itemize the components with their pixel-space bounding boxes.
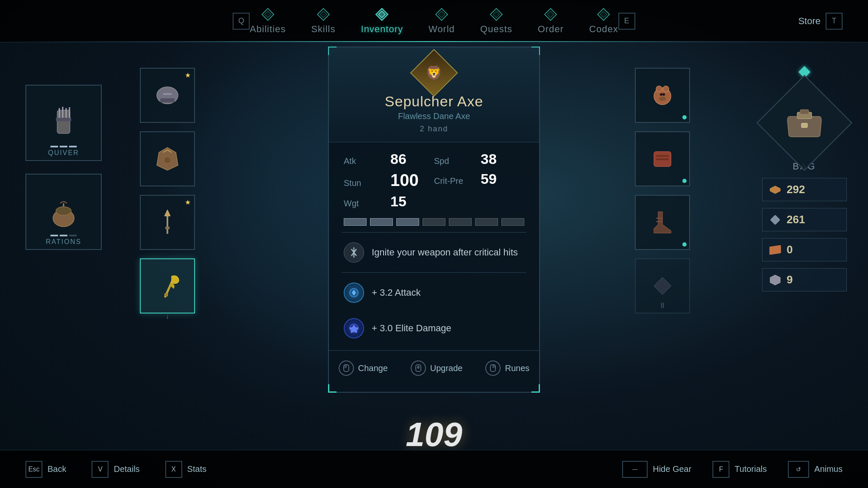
back-action[interactable]: Esc Back [25,461,66,478]
svg-rect-54 [344,365,346,368]
attack-bonus-icon [344,283,364,303]
hide-gear-action[interactable]: — Hide Gear [622,461,691,478]
boots-slot[interactable] [635,195,690,250]
svg-point-34 [663,86,669,92]
right-equipment-column: ⏸ [635,68,690,313]
tutorials-action[interactable]: F Tutorials [712,461,767,478]
stats-label: Stats [187,464,207,474]
boots-icon [650,210,675,235]
helm-slot[interactable]: ★ [140,68,195,123]
helm-star: ★ [185,71,191,79]
stats-key: X [165,461,182,478]
quiver-dots [50,146,77,147]
bag-icon-wrapper [785,108,823,138]
ability-rune-icon [344,242,364,263]
nav-label-skills: Skills [311,24,335,35]
bear-medallion-slot[interactable] [635,68,690,123]
nav-item-inventory[interactable]: Inventory [361,8,403,35]
upgrade-pip-4 [423,218,445,226]
axe-slot[interactable]: ↓ [140,258,195,313]
quiver-slot[interactable]: QUIVER [25,85,102,161]
quiver-dot-1 [50,146,58,147]
details-action[interactable]: V Details [92,461,139,478]
bag-container[interactable] [762,80,847,165]
nav-label-inventory: Inventory [361,24,403,35]
animus-action[interactable]: ↺ Animus [788,461,843,478]
stat-wgt: Wgt 15 [344,193,434,210]
stats-key-label: X [171,466,176,473]
svg-rect-46 [801,123,807,128]
item-emblem: 🦁 [417,56,451,90]
upgrade-icon [411,360,426,376]
svg-point-21 [56,207,71,215]
svg-point-35 [659,97,666,101]
rations-dots [50,235,77,236]
details-label: Details [114,464,139,474]
navigation-bar: Q Abilities Skills Inventory [0,0,868,42]
mouse-left-icon [342,364,351,372]
nav-label-world: World [428,24,455,35]
world-icon [435,8,448,21]
nav-left-key[interactable]: Q [233,13,250,30]
svg-point-36 [660,93,662,96]
tutorials-key: F [712,461,729,478]
ability-row: Ignite your weapon after critical hits [329,235,539,270]
amulet-slot[interactable]: ⏸ [635,258,690,313]
tutorials-label: Tutorials [734,464,767,474]
resource-icon-1 [769,183,782,196]
nav-item-codex[interactable]: Codex [589,8,618,35]
upgrade-button[interactable]: Upgrade [406,357,468,379]
item-detail-panel: 🦁 Sepulcher Axe Flawless Dane Axe 2 hand… [328,47,540,393]
stats-action[interactable]: X Stats [165,461,207,478]
helm-icon [153,80,182,110]
armor-icon [153,144,182,174]
abilities-icon [261,8,275,21]
bag-icon [785,108,823,138]
runes-button[interactable]: Runes [480,357,534,379]
nav-item-skills[interactable]: Skills [311,8,335,35]
emblem-symbol: 🦁 [426,65,442,81]
stat-label-wgt: Wgt [344,199,386,208]
nav-item-world[interactable]: World [428,8,455,35]
upgrade-bar [329,214,539,230]
skills-icon [317,8,330,21]
stat-value-stun: 100 [390,171,419,190]
change-button[interactable]: Change [334,357,393,379]
armor-slot[interactable] [140,131,195,186]
bonus-elite-row: + 3.0 Elite Damage [329,311,539,346]
quiver-label: QUIVER [48,149,79,157]
stat-label-crit: Crit-Pre [434,176,476,186]
nav-item-quests[interactable]: Quests [480,8,512,35]
resources-panel: 292 261 0 9 [762,178,847,291]
boots-slot-dot [682,242,687,247]
svg-marker-13 [600,11,607,18]
svg-marker-28 [164,210,170,216]
stat-label-spd: Spd [434,156,476,166]
resource-value-3: 0 [787,243,793,256]
leather-icon [769,245,782,255]
store-button[interactable]: Store T [798,13,843,30]
svg-rect-59 [493,365,495,368]
runes-label: Runes [505,363,529,373]
panel-actions: Change Upgrade Runes [329,350,539,379]
rations-slot[interactable]: RATIONS [25,174,102,250]
amulet-pause-icon: ⏸ [659,301,666,310]
nav-label-abilities: Abilities [250,24,286,35]
resource-item-2: 261 [762,208,847,231]
stat-atk: Atk 86 [344,151,434,167]
bear-icon [650,83,675,108]
nav-item-order[interactable]: Order [538,8,564,35]
nav-right-key[interactable]: E [618,13,635,30]
svg-rect-39 [656,155,669,157]
nav-items-container: Abilities Skills Inventory World [250,8,618,35]
wood-icon [769,185,781,194]
change-label: Change [358,363,388,373]
cape-slot[interactable]: ★ [140,195,195,250]
rations-dot-2 [60,235,67,236]
emblem-icon-wrapper: 🦁 [417,56,451,90]
nav-separator [0,41,868,42]
nav-item-abilities[interactable]: Abilities [250,8,286,35]
quiver-dot-3 [69,146,77,147]
bracers-slot[interactable] [635,131,690,186]
bracers-slot-dot [682,179,687,183]
